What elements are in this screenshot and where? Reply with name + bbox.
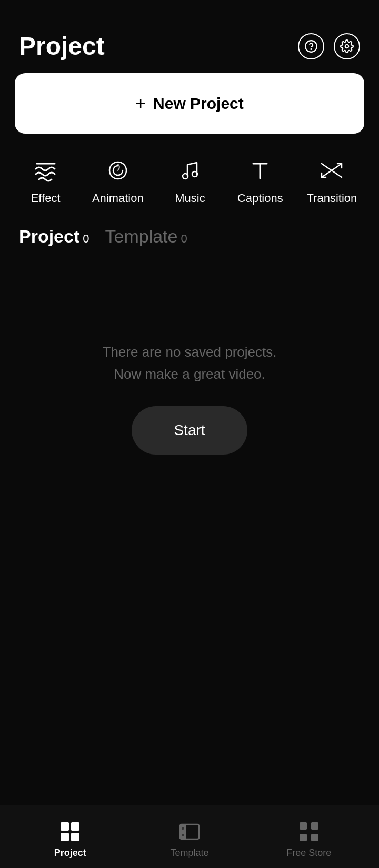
start-button[interactable]: Start (132, 406, 247, 455)
animation-icon (102, 155, 134, 186)
tool-animation[interactable]: Animation (92, 155, 144, 205)
svg-rect-19 (182, 834, 184, 836)
bottom-nav: Project Template Free Store (0, 805, 379, 868)
tool-effect[interactable]: Effect (22, 155, 69, 205)
svg-rect-16 (180, 824, 185, 839)
new-project-button[interactable]: + New Project (15, 73, 364, 134)
tab-template-label: Template (105, 226, 178, 246)
nav-template-label: Template (170, 847, 208, 859)
tool-music[interactable]: Music (166, 155, 214, 205)
tab-project[interactable]: Project0 (19, 226, 89, 247)
effect-icon (30, 155, 62, 186)
tab-project-count: 0 (83, 232, 89, 245)
page-title: Project (19, 32, 105, 60)
svg-rect-21 (311, 822, 318, 830)
svg-rect-13 (61, 833, 69, 841)
svg-point-1 (311, 48, 311, 49)
svg-rect-14 (71, 833, 79, 841)
tab-project-label: Project (19, 226, 79, 246)
empty-line1: There are no saved projects. (103, 341, 277, 364)
nav-item-project[interactable]: Project (11, 815, 130, 859)
project-nav-icon (57, 819, 83, 844)
empty-text: There are no saved projects. Now make a … (103, 341, 277, 385)
svg-rect-12 (71, 822, 79, 831)
captions-label: Captions (237, 191, 283, 205)
empty-state: There are no saved projects. Now make a … (0, 257, 379, 486)
nav-free-store-label: Free Store (286, 847, 331, 859)
nav-project-label: Project (54, 847, 86, 859)
svg-point-2 (345, 44, 349, 48)
tabs-row: Project0 Template0 (0, 221, 379, 257)
animation-label: Animation (92, 191, 144, 205)
tools-row: Effect Animation Music (0, 149, 379, 221)
header: Project (0, 0, 379, 73)
plus-icon: + (135, 93, 146, 114)
settings-icon (340, 39, 354, 53)
svg-rect-22 (300, 834, 307, 841)
transition-icon (316, 155, 347, 186)
empty-line2: Now make a great video. (103, 364, 277, 386)
help-circle-icon (304, 39, 318, 53)
template-nav-icon (177, 819, 202, 844)
new-project-label: New Project (153, 95, 244, 113)
svg-rect-11 (61, 822, 69, 831)
nav-item-free-store[interactable]: Free Store (249, 815, 368, 859)
header-actions (298, 33, 360, 59)
help-button[interactable] (298, 33, 324, 59)
settings-button[interactable] (334, 33, 360, 59)
tab-template-count: 0 (181, 232, 187, 245)
tab-template[interactable]: Template0 (105, 226, 187, 247)
svg-rect-20 (300, 822, 307, 830)
effect-label: Effect (31, 191, 61, 205)
free-store-nav-icon (296, 819, 322, 844)
svg-rect-23 (311, 834, 318, 841)
tool-captions[interactable]: Captions (236, 155, 284, 205)
music-label: Music (175, 191, 205, 205)
svg-rect-18 (182, 827, 184, 830)
tool-transition[interactable]: Transition (307, 155, 357, 205)
transition-label: Transition (307, 191, 357, 205)
captions-icon (244, 155, 276, 186)
music-icon (174, 155, 206, 186)
nav-item-template[interactable]: Template (130, 815, 250, 859)
